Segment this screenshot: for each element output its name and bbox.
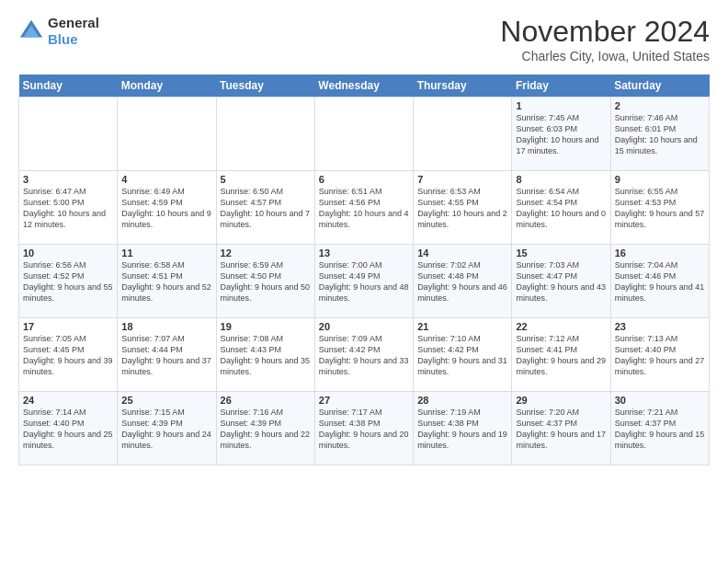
day-info: Sunrise: 7:05 AMSunset: 4:45 PMDaylight:… xyxy=(23,333,113,378)
calendar-cell: 1Sunrise: 7:45 AMSunset: 6:03 PMDaylight… xyxy=(512,98,610,171)
day-info: Sunrise: 7:10 AMSunset: 4:42 PMDaylight:… xyxy=(417,333,507,378)
day-info: Sunrise: 7:16 AMSunset: 4:39 PMDaylight:… xyxy=(221,407,311,452)
day-info: Sunrise: 7:02 AMSunset: 4:48 PMDaylight:… xyxy=(417,259,507,304)
day-number: 19 xyxy=(221,321,311,332)
day-info: Sunrise: 6:54 AMSunset: 4:54 PMDaylight:… xyxy=(516,186,606,231)
day-number: 16 xyxy=(615,247,705,259)
day-info: Sunrise: 7:20 AMSunset: 4:37 PMDaylight:… xyxy=(516,407,606,452)
week-row-1: 3Sunrise: 6:47 AMSunset: 5:00 PMDaylight… xyxy=(19,171,710,245)
calendar-cell: 10Sunrise: 6:56 AMSunset: 4:52 PMDayligh… xyxy=(19,245,118,318)
calendar-cell xyxy=(19,98,118,171)
day-number: 6 xyxy=(319,174,409,185)
calendar-cell xyxy=(216,98,314,171)
day-info: Sunrise: 6:58 AMSunset: 4:51 PMDaylight:… xyxy=(121,259,211,304)
week-row-4: 24Sunrise: 7:14 AMSunset: 4:40 PMDayligh… xyxy=(19,392,710,465)
day-info: Sunrise: 7:14 AMSunset: 4:40 PMDaylight:… xyxy=(23,407,113,452)
calendar-cell xyxy=(414,98,512,171)
day-info: Sunrise: 7:12 AMSunset: 4:41 PMDaylight:… xyxy=(516,333,606,378)
day-number: 21 xyxy=(417,321,507,332)
day-info: Sunrise: 6:49 AMSunset: 4:59 PMDaylight:… xyxy=(121,186,211,231)
day-number: 10 xyxy=(23,247,113,259)
day-info: Sunrise: 7:03 AMSunset: 4:47 PMDaylight:… xyxy=(516,259,606,304)
day-number: 23 xyxy=(615,321,705,332)
day-info: Sunrise: 7:00 AMSunset: 4:49 PMDaylight:… xyxy=(319,259,409,304)
week-row-2: 10Sunrise: 6:56 AMSunset: 4:52 PMDayligh… xyxy=(19,245,710,318)
calendar-cell: 7Sunrise: 6:53 AMSunset: 4:55 PMDaylight… xyxy=(414,171,512,245)
day-info: Sunrise: 7:08 AMSunset: 4:43 PMDaylight:… xyxy=(221,333,311,378)
day-info: Sunrise: 6:53 AMSunset: 4:55 PMDaylight:… xyxy=(417,186,507,231)
calendar-cell: 27Sunrise: 7:17 AMSunset: 4:38 PMDayligh… xyxy=(314,392,413,465)
page: General Blue November 2024 Charles City,… xyxy=(0,0,728,475)
calendar-cell: 2Sunrise: 7:46 AMSunset: 6:01 PMDaylight… xyxy=(610,98,709,171)
header-day-monday: Monday xyxy=(118,75,216,98)
day-number: 22 xyxy=(516,321,606,332)
day-info: Sunrise: 6:47 AMSunset: 5:00 PMDaylight:… xyxy=(23,186,113,231)
day-info: Sunrise: 6:59 AMSunset: 4:50 PMDaylight:… xyxy=(221,259,311,304)
header-day-wednesday: Wednesday xyxy=(314,75,413,98)
calendar-header: SundayMondayTuesdayWednesdayThursdayFrid… xyxy=(19,75,710,98)
calendar-cell: 9Sunrise: 6:55 AMSunset: 4:53 PMDaylight… xyxy=(610,171,709,245)
day-number: 8 xyxy=(516,174,606,185)
logo-line2: Blue xyxy=(48,31,99,48)
calendar-cell: 14Sunrise: 7:02 AMSunset: 4:48 PMDayligh… xyxy=(414,245,512,318)
month-title: November 2024 xyxy=(500,15,710,49)
day-number: 18 xyxy=(121,321,211,332)
day-info: Sunrise: 6:51 AMSunset: 4:56 PMDaylight:… xyxy=(319,186,409,231)
day-info: Sunrise: 6:55 AMSunset: 4:53 PMDaylight:… xyxy=(615,186,705,231)
day-info: Sunrise: 6:56 AMSunset: 4:52 PMDaylight:… xyxy=(23,259,113,304)
calendar-cell: 23Sunrise: 7:13 AMSunset: 4:40 PMDayligh… xyxy=(610,318,709,392)
calendar-cell: 15Sunrise: 7:03 AMSunset: 4:47 PMDayligh… xyxy=(512,245,610,318)
calendar-table: SundayMondayTuesdayWednesdayThursdayFrid… xyxy=(18,75,710,465)
calendar-cell: 28Sunrise: 7:19 AMSunset: 4:38 PMDayligh… xyxy=(414,392,512,465)
calendar-cell: 5Sunrise: 6:50 AMSunset: 4:57 PMDaylight… xyxy=(216,171,314,245)
day-info: Sunrise: 7:07 AMSunset: 4:44 PMDaylight:… xyxy=(121,333,211,378)
day-info: Sunrise: 7:45 AMSunset: 6:03 PMDaylight:… xyxy=(516,112,606,157)
day-info: Sunrise: 7:09 AMSunset: 4:42 PMDaylight:… xyxy=(319,333,409,378)
day-number: 17 xyxy=(23,321,113,332)
day-number: 4 xyxy=(121,174,211,185)
header-row: SundayMondayTuesdayWednesdayThursdayFrid… xyxy=(19,75,710,98)
day-number: 26 xyxy=(221,395,311,406)
calendar-cell: 22Sunrise: 7:12 AMSunset: 4:41 PMDayligh… xyxy=(512,318,610,392)
day-number: 14 xyxy=(417,247,507,259)
day-info: Sunrise: 6:50 AMSunset: 4:57 PMDaylight:… xyxy=(221,186,311,231)
day-number: 13 xyxy=(319,247,409,259)
calendar-cell: 20Sunrise: 7:09 AMSunset: 4:42 PMDayligh… xyxy=(314,318,413,392)
calendar-body: 1Sunrise: 7:45 AMSunset: 6:03 PMDaylight… xyxy=(19,98,710,465)
day-number: 27 xyxy=(319,395,409,406)
calendar-cell: 17Sunrise: 7:05 AMSunset: 4:45 PMDayligh… xyxy=(19,318,118,392)
day-info: Sunrise: 7:17 AMSunset: 4:38 PMDaylight:… xyxy=(319,407,409,452)
day-number: 28 xyxy=(417,395,507,406)
calendar-cell: 16Sunrise: 7:04 AMSunset: 4:46 PMDayligh… xyxy=(610,245,709,318)
calendar-cell: 13Sunrise: 7:00 AMSunset: 4:49 PMDayligh… xyxy=(314,245,413,318)
calendar-cell: 12Sunrise: 6:59 AMSunset: 4:50 PMDayligh… xyxy=(216,245,314,318)
calendar-cell: 21Sunrise: 7:10 AMSunset: 4:42 PMDayligh… xyxy=(414,318,512,392)
day-number: 5 xyxy=(221,174,311,185)
calendar-cell xyxy=(314,98,413,171)
header-day-sunday: Sunday xyxy=(19,75,118,98)
calendar-cell: 18Sunrise: 7:07 AMSunset: 4:44 PMDayligh… xyxy=(118,318,216,392)
calendar-cell: 19Sunrise: 7:08 AMSunset: 4:43 PMDayligh… xyxy=(216,318,314,392)
calendar-cell: 25Sunrise: 7:15 AMSunset: 4:39 PMDayligh… xyxy=(118,392,216,465)
calendar-cell xyxy=(118,98,216,171)
day-info: Sunrise: 7:13 AMSunset: 4:40 PMDaylight:… xyxy=(615,333,705,378)
day-number: 9 xyxy=(615,174,705,185)
day-info: Sunrise: 7:46 AMSunset: 6:01 PMDaylight:… xyxy=(615,112,705,157)
header-day-thursday: Thursday xyxy=(414,75,512,98)
day-number: 29 xyxy=(516,395,606,406)
calendar-cell: 26Sunrise: 7:16 AMSunset: 4:39 PMDayligh… xyxy=(216,392,314,465)
title-block: November 2024 Charles City, Iowa, United… xyxy=(500,15,710,63)
logo-line1: General xyxy=(48,15,99,31)
logo-text: General Blue xyxy=(48,15,99,48)
day-number: 3 xyxy=(23,174,113,185)
day-number: 7 xyxy=(417,174,507,185)
day-number: 24 xyxy=(23,395,113,406)
week-row-0: 1Sunrise: 7:45 AMSunset: 6:03 PMDaylight… xyxy=(19,98,710,171)
calendar-cell: 29Sunrise: 7:20 AMSunset: 4:37 PMDayligh… xyxy=(512,392,610,465)
calendar-cell: 4Sunrise: 6:49 AMSunset: 4:59 PMDaylight… xyxy=(118,171,216,245)
logo-icon xyxy=(18,18,44,44)
day-info: Sunrise: 7:19 AMSunset: 4:38 PMDaylight:… xyxy=(417,407,507,452)
day-number: 30 xyxy=(615,395,705,406)
day-number: 25 xyxy=(121,395,211,406)
header-day-saturday: Saturday xyxy=(610,75,709,98)
